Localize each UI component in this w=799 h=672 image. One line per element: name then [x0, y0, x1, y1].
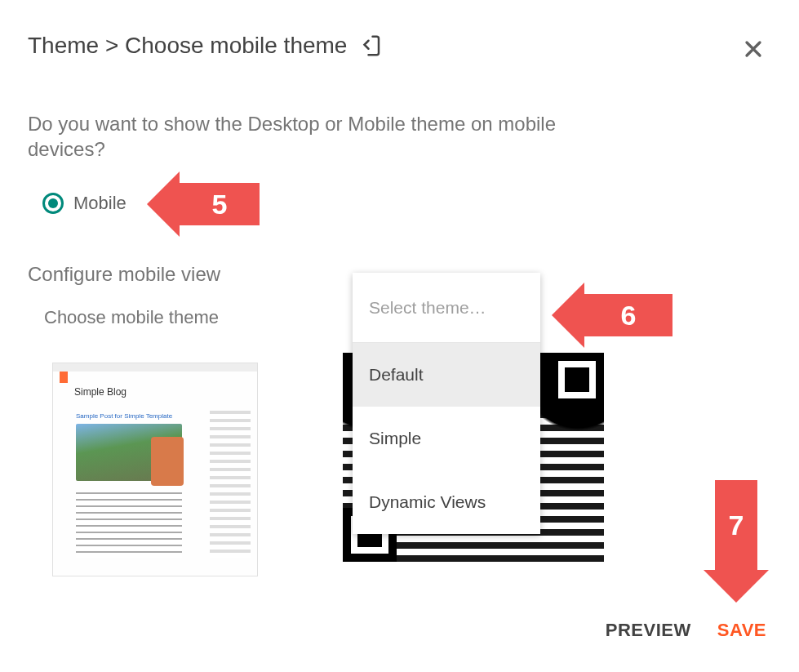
breadcrumb: Theme > Choose mobile theme — [28, 33, 347, 59]
thumb-post-title: Sample Post for Simple Template — [76, 412, 172, 420]
theme-option-default[interactable]: Default — [353, 343, 540, 407]
annotation-arrow-6: 6 — [552, 283, 672, 348]
theme-option-simple[interactable]: Simple — [353, 407, 540, 470]
theme-preview-thumbnail: Simple Blog Sample Post for Simple Templ… — [52, 363, 258, 576]
theme-option-dynamic-views[interactable]: Dynamic Views — [353, 470, 540, 534]
theme-dropdown[interactable]: Select theme… Default Simple Dynamic Vie… — [353, 273, 540, 534]
annotation-arrow-5: 5 — [147, 171, 260, 237]
preview-button[interactable]: PREVIEW — [606, 620, 691, 641]
prompt-text: Do you want to show the Desktop or Mobil… — [28, 111, 583, 162]
close-button[interactable] — [740, 36, 766, 65]
thumb-blog-title: Simple Blog — [74, 386, 127, 398]
theme-dropdown-trigger[interactable]: Select theme… — [353, 273, 540, 343]
mobile-radio-label: Mobile — [73, 193, 127, 214]
save-button[interactable]: SAVE — [717, 620, 766, 641]
mobile-radio[interactable] — [42, 193, 64, 214]
annotation-arrow-7: 7 — [704, 480, 769, 603]
mobile-icon — [358, 33, 383, 58]
